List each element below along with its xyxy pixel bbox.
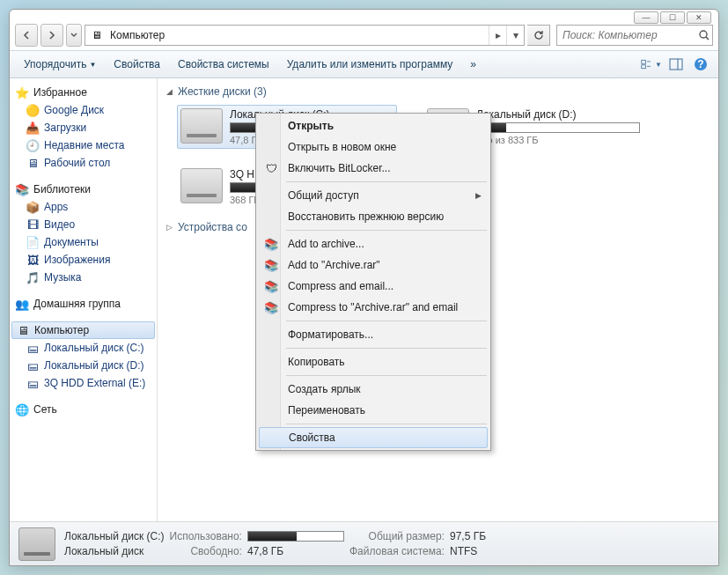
network-icon: 🌐: [15, 402, 29, 417]
sidebar-item-desktop[interactable]: 🖥Рабочий стол: [10, 154, 157, 172]
cm-compress-email[interactable]: 📚Compress and email...: [258, 276, 489, 297]
status-free-label: Свободно:: [170, 545, 242, 557]
computer-icon: 🖥: [88, 26, 106, 44]
navigation-bar: 🖥 Компьютер ▸ ▾: [10, 20, 718, 50]
sidebar-item-music[interactable]: 🎵Музыка: [10, 269, 157, 286]
sidebar-libraries-header[interactable]: 📚Библиотеки: [10, 181, 157, 198]
computer-icon: 🖥: [16, 323, 30, 337]
history-dropdown[interactable]: [66, 24, 82, 47]
details-pane: Локальный диск (C:) Использовано: Общий …: [10, 521, 718, 565]
view-mode-button[interactable]: ▼: [641, 55, 662, 74]
cm-properties[interactable]: Свойства: [259, 427, 488, 448]
sidebar-network-header[interactable]: 🌐Сеть: [10, 401, 157, 418]
svg-line-1: [706, 37, 709, 40]
organize-menu[interactable]: Упорядочить ▼: [17, 55, 103, 74]
desktop-icon: 🖥: [26, 156, 40, 170]
sidebar-item-apps[interactable]: 📦Apps: [10, 198, 157, 216]
cm-add-to-archive[interactable]: 📚Add to archive...: [258, 233, 489, 254]
search-box[interactable]: [556, 25, 713, 46]
music-icon: 🎵: [26, 270, 40, 284]
drive-icon: [180, 168, 223, 203]
video-icon: 🎞: [26, 217, 40, 232]
refresh-button[interactable]: [527, 25, 550, 46]
homegroup-icon: 👥: [15, 297, 29, 311]
help-button[interactable]: ?: [690, 55, 711, 74]
command-bar: Упорядочить ▼ Свойства Свойства системы …: [10, 50, 718, 78]
drive-label: Локальный диск (D:): [476, 108, 640, 121]
cm-create-shortcut[interactable]: Создать ярлык: [258, 379, 489, 400]
status-total-value: 97,5 ГБ: [450, 530, 486, 542]
libraries-icon: 📚: [15, 182, 29, 196]
cm-format[interactable]: Форматировать...: [258, 324, 489, 345]
star-icon: ⭐: [15, 85, 29, 100]
status-fs-label: Файловая система:: [349, 545, 445, 557]
sidebar-item-drive-d[interactable]: 🖴Локальный диск (D:): [10, 357, 157, 374]
svg-point-0: [700, 31, 707, 38]
drive-icon: [180, 108, 223, 144]
winrar-icon: 📚: [263, 236, 279, 252]
expand-icon: ▷: [166, 223, 173, 232]
sidebar-item-drive-e[interactable]: 🖴3Q HDD External (E:): [10, 374, 157, 392]
search-input[interactable]: [557, 29, 695, 41]
address-bar[interactable]: 🖥 Компьютер ▸ ▾: [85, 25, 525, 46]
cm-rename[interactable]: Переименовать: [258, 400, 489, 421]
cm-add-to-archive-rar[interactable]: 📚Add to "Archive.rar": [258, 254, 489, 276]
sidebar-item-downloads[interactable]: 📥Загрузки: [10, 119, 157, 136]
status-fs-value: NTFS: [450, 545, 486, 557]
status-usage-bar: [247, 531, 344, 542]
status-free-value: 47,8 ГБ: [247, 545, 344, 557]
sidebar-item-recent[interactable]: 🕘Недавние места: [10, 136, 157, 154]
sidebar-item-videos[interactable]: 🎞Видео: [10, 216, 157, 233]
back-button[interactable]: [15, 24, 38, 47]
shield-icon: 🛡: [263, 160, 279, 176]
more-commands[interactable]: »: [463, 55, 483, 74]
sidebar-item-pictures[interactable]: 🖼Изображения: [10, 251, 157, 269]
drive-icon: 🖴: [26, 341, 40, 355]
drive-usage-bar: [476, 122, 640, 133]
sidebar-favorites-header[interactable]: ⭐Избранное: [10, 84, 157, 101]
preview-pane-button[interactable]: [665, 55, 687, 74]
context-menu: Открыть Открыть в новом окне 🛡Включить B…: [255, 113, 491, 451]
submenu-arrow-icon: ▶: [475, 191, 482, 200]
forward-button[interactable]: [40, 24, 63, 47]
sidebar-computer-header[interactable]: 🖥Компьютер: [11, 321, 155, 339]
properties-button[interactable]: Свойства: [107, 55, 167, 74]
explorer-window: — ☐ ✕ 🖥 Компьютер ▸ ▾ Упорядочить ▼ Свой…: [9, 9, 719, 566]
system-properties-button[interactable]: Свойства системы: [171, 55, 276, 74]
documents-icon: 📄: [26, 235, 40, 249]
address-dropdown[interactable]: ▾: [506, 26, 524, 45]
svg-rect-2: [642, 60, 646, 63]
drive-icon: 🖴: [26, 376, 40, 390]
pictures-icon: 🖼: [26, 253, 40, 267]
collapse-icon: ◢: [166, 87, 173, 96]
search-icon[interactable]: [695, 26, 712, 45]
sidebar-item-documents[interactable]: 📄Документы: [10, 233, 157, 251]
sidebar-homegroup-header[interactable]: 👥Домашняя группа: [10, 295, 157, 313]
cm-compress-rar-email[interactable]: 📚Compress to "Archive.rar" and email: [258, 297, 489, 318]
cm-restore-previous[interactable]: Восстановить прежнюю версию: [258, 206, 489, 227]
cm-sharing[interactable]: Общий доступ▶: [258, 185, 489, 206]
status-used-label: Использовано:: [170, 530, 242, 542]
recent-icon: 🕘: [26, 138, 40, 152]
drive-icon: [18, 527, 55, 561]
cm-open-new-window[interactable]: Открыть в новом окне: [258, 136, 489, 158]
winrar-icon: 📚: [263, 299, 279, 315]
section-hard-disks[interactable]: ◢Жесткие диски (3): [166, 85, 710, 98]
address-segment-dropdown[interactable]: ▸: [489, 26, 506, 45]
sidebar-item-drive-c[interactable]: 🖴Локальный диск (C:): [10, 339, 157, 357]
winrar-icon: 📚: [263, 257, 279, 273]
cm-copy[interactable]: Копировать: [258, 351, 489, 372]
apps-icon: 📦: [26, 200, 40, 214]
svg-rect-6: [670, 59, 682, 70]
svg-text:?: ?: [697, 58, 703, 70]
folder-icon: 🟡: [26, 103, 40, 117]
uninstall-button[interactable]: Удалить или изменить программу: [280, 55, 460, 74]
cm-bitlocker[interactable]: 🛡Включить BitLocker...: [258, 158, 489, 179]
status-drive-type: Локальный диск: [64, 545, 165, 557]
status-drive-name: Локальный диск (C:): [64, 530, 165, 542]
cm-open[interactable]: Открыть: [258, 115, 489, 136]
address-text: Компьютер: [108, 29, 489, 41]
sidebar-item-google-drive[interactable]: 🟡Google Диск: [10, 101, 157, 119]
svg-rect-3: [642, 65, 646, 69]
downloads-icon: 📥: [26, 121, 40, 135]
